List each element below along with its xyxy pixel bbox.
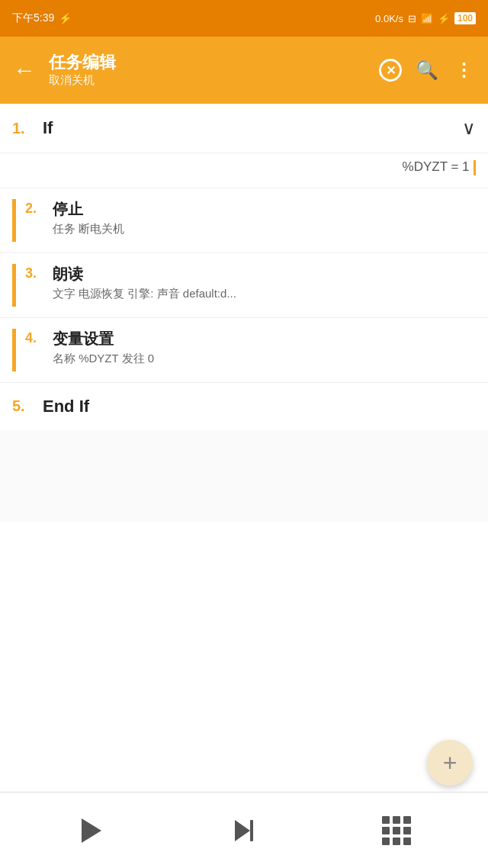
item-4-number: 4. xyxy=(25,329,53,346)
app-bar-title: 任务编辑 xyxy=(49,53,366,72)
indent-bar xyxy=(12,199,16,242)
chevron-down-icon: ∨ xyxy=(462,117,476,139)
app-bar-title-group: 任务编辑 取消关机 xyxy=(49,53,366,87)
item-3-number: 3. xyxy=(25,264,53,281)
item-4-label: 变量设置 xyxy=(53,329,476,349)
item-3-label: 朗读 xyxy=(53,264,476,285)
item-2-detail: 任务 断电关机 xyxy=(53,222,476,236)
search-icon: 🔍 xyxy=(416,59,438,81)
item-1-label: If xyxy=(43,118,462,138)
search-button[interactable]: 🔍 xyxy=(412,55,442,85)
status-wifi-icon: 📶 xyxy=(421,13,433,24)
close-button[interactable]: ✕ xyxy=(375,55,406,85)
indent-bar xyxy=(12,329,16,371)
status-right: 0.0K/s ⊟ 📶 ⚡ 100 xyxy=(375,12,476,24)
cursor xyxy=(474,160,476,175)
item-2-label: 停止 xyxy=(53,199,476,220)
task-item-3[interactable]: 3. 朗读 文字 电源恢复 引擎: 声音 default:d... xyxy=(0,253,488,318)
status-bar: 下午5:39 ⚡ 0.0K/s ⊟ 📶 ⚡ 100 xyxy=(0,0,488,37)
skip-next-icon xyxy=(235,820,253,841)
task-item-2[interactable]: 2. 停止 任务 断电关机 xyxy=(0,188,488,253)
app-bar-subtitle: 取消关机 xyxy=(49,73,366,88)
task-item-4[interactable]: 4. 变量设置 名称 %DYZT 发往 0 xyxy=(0,318,488,383)
more-button[interactable]: ⋮ xyxy=(448,55,479,85)
close-icon: ✕ xyxy=(379,59,402,82)
status-time: 下午5:39 xyxy=(12,11,54,25)
more-icon: ⋮ xyxy=(454,59,474,81)
play-icon xyxy=(82,818,101,843)
status-network: 0.0K/s xyxy=(375,13,403,24)
item-5-number: 5. xyxy=(12,397,43,415)
item-3-content: 朗读 文字 电源恢复 引擎: 声音 default:d... xyxy=(53,264,476,301)
main-content: 1. If ∨ %DYZT = 1 2. 停止 任务 断电关机 3. 朗读 文字… xyxy=(0,104,488,522)
grid-icon xyxy=(382,816,411,845)
item-1-number: 1. xyxy=(12,120,43,137)
add-icon: + xyxy=(443,751,458,775)
condition-text: %DYZT = 1 xyxy=(403,159,470,174)
item-2-content: 停止 任务 断电关机 xyxy=(53,199,476,236)
app-bar-actions: ✕ 🔍 ⋮ xyxy=(375,55,479,85)
task-item-5[interactable]: 5. End If xyxy=(0,383,488,430)
app-bar: ← 任务编辑 取消关机 ✕ 🔍 ⋮ xyxy=(0,37,488,104)
item-2-number: 2. xyxy=(25,199,53,217)
status-charge-icon: ⚡ xyxy=(438,13,450,24)
status-signal-icon: ⊟ xyxy=(408,13,416,24)
skip-next-button[interactable] xyxy=(225,812,263,850)
item-3-detail: 文字 电源恢复 引擎: 声音 default:d... xyxy=(53,287,476,301)
status-left: 下午5:39 ⚡ xyxy=(12,11,72,25)
indent-bar xyxy=(12,264,16,307)
item-5-label: End If xyxy=(43,397,89,416)
item-4-detail: 名称 %DYZT 发往 0 xyxy=(53,352,476,366)
item-4-content: 变量设置 名称 %DYZT 发往 0 xyxy=(53,329,476,366)
back-icon: ← xyxy=(13,57,36,83)
play-button[interactable] xyxy=(72,812,111,850)
back-button[interactable]: ← xyxy=(9,55,40,85)
task-item-1[interactable]: 1. If ∨ xyxy=(0,104,488,153)
bottom-bar xyxy=(0,792,488,868)
condition-row[interactable]: %DYZT = 1 xyxy=(0,153,488,188)
grid-button[interactable] xyxy=(377,812,416,850)
status-battery: 100 xyxy=(454,12,476,24)
add-button[interactable]: + xyxy=(427,740,473,786)
status-lightning: ⚡ xyxy=(59,12,72,24)
